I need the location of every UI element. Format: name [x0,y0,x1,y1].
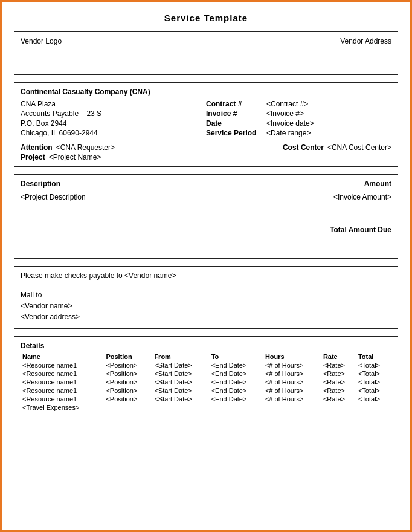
desc-header-row: Description Amount [21,180,391,188]
cell-hours: <# of Hours> [263,386,321,395]
cell-hours: <# of Hours> [263,395,321,403]
cna-address-line4: Chicago, IL 60690-2944 [21,129,206,137]
cost-center-value: <CNA Cost Center> [327,143,391,161]
cell-rate [321,403,356,412]
description-section: Description Amount <Project Description … [14,174,398,259]
page-title: Service Template [14,13,398,23]
vendor-address-label: Vendor Address [340,37,391,45]
cell-to: <End Date> [210,395,263,403]
cell-to [210,403,263,412]
details-table: Name Position From To Hours Rate Total <… [21,352,391,412]
col-hours: Hours [263,352,321,361]
desc-body: <Project Description <Invoice Amount> To… [21,193,391,234]
cell-total: <Total> [356,395,391,403]
cell-name: <Resource name1 [21,395,104,403]
cell-name: <Resource name1 [21,361,104,369]
cell-hours: <# of Hours> [263,361,321,369]
cna-address: CNA Plaza Accounts Payable – 23 S P.O. B… [21,100,206,138]
attention-value: <CNA Requester> [56,143,115,152]
table-row: <Resource name1<Position><Start Date><En… [21,378,391,386]
cna-bottom-row: Attention <CNA Requester> Project <Proje… [21,143,391,161]
cell-position: <Position> [104,386,152,395]
col-rate: Rate [321,352,356,361]
contract-value: <Contract #> [266,100,308,108]
cell-total: <Total> [356,378,391,386]
table-row: <Resource name1<Position><Start Date><En… [21,386,391,395]
table-row: <Resource name1<Position><Start Date><En… [21,395,391,403]
total-amount-due: Total Amount Due [330,225,391,234]
cna-fields: Contract # <Contract #> Invoice # <Invoi… [206,100,391,138]
service-period-row: Service Period <Date range> [206,129,391,137]
cell-hours: <# of Hours> [263,369,321,378]
cell-to: <End Date> [210,369,263,378]
vendor-section: Vendor Logo Vendor Address [14,31,398,75]
project-label: Project [21,153,45,161]
amount-header: Amount [364,180,391,188]
table-row: <Travel Expenses> [21,403,391,412]
invoice-value: <Invoice #> [266,109,304,118]
cell-from: <Start Date> [152,386,209,395]
cell-position: <Position> [104,395,152,403]
cost-center-block: Cost Center <CNA Cost Center> [283,143,391,161]
project-value: <Project Name> [49,153,101,161]
cna-info-section: Continental Casualty Company (CNA) CNA P… [14,82,398,167]
contract-label: Contract # [206,100,266,108]
checks-payable-line: Please make checks payable to <Vendor na… [21,271,391,280]
cell-name: <Resource name1 [21,386,104,395]
service-period-label: Service Period [206,129,266,137]
cell-from: <Start Date> [152,361,209,369]
invoice-row: Invoice # <Invoice #> [206,109,391,118]
cna-company-name: Continental Casualty Company (CNA) [21,88,391,96]
date-row: Date <Invoice date> [206,119,391,128]
attention-project: Attention <CNA Requester> Project <Proje… [21,143,115,161]
desc-right-col: <Invoice Amount> Total Amount Due [330,193,391,234]
payment-section: Please make checks payable to <Vendor na… [14,266,398,329]
mail-to-label: Mail to [21,291,391,299]
date-label: Date [206,119,266,128]
table-row: <Resource name1<Position><Start Date><En… [21,369,391,378]
invoice-amount: <Invoice Amount> [330,193,391,201]
cell-name: <Resource name1 [21,369,104,378]
cell-to: <End Date> [210,378,263,386]
cell-total: <Total> [356,369,391,378]
cell-hours: <# of Hours> [263,378,321,386]
cell-to: <End Date> [210,361,263,369]
cell-to: <End Date> [210,386,263,395]
cell-position [104,403,152,412]
contract-row: Contract # <Contract #> [206,100,391,108]
cell-position: <Position> [104,361,152,369]
cell-rate: <Rate> [321,361,356,369]
attention-label: Attention [21,143,53,152]
cell-total [356,403,391,412]
date-value: <Invoice date> [266,119,314,128]
cell-name: <Travel Expenses> [21,403,104,412]
cell-from: <Start Date> [152,395,209,403]
description-header: Description [21,180,60,188]
cell-rate: <Rate> [321,378,356,386]
col-name: Name [21,352,104,361]
cell-total: <Total> [356,386,391,395]
cell-from: <Start Date> [152,369,209,378]
description-value: <Project Description [21,193,86,201]
col-to: To [210,352,263,361]
cell-hours [263,403,321,412]
details-title: Details [21,342,391,350]
cell-rate: <Rate> [321,386,356,395]
cell-position: <Position> [104,378,152,386]
details-table-header: Name Position From To Hours Rate Total [21,352,391,361]
payment-vendor-address: <Vendor address> [21,313,391,321]
invoice-label: Invoice # [206,109,266,118]
col-position: Position [104,352,152,361]
details-section: Details Name Position From To Hours Rate… [14,336,398,418]
cost-center-label: Cost Center [283,143,324,161]
cell-position: <Position> [104,369,152,378]
cell-total: <Total> [356,361,391,369]
cell-from: <Start Date> [152,378,209,386]
col-total: Total [356,352,391,361]
cell-rate: <Rate> [321,369,356,378]
vendor-logo-label: Vendor Logo [21,37,62,45]
table-row: <Resource name1<Position><Start Date><En… [21,361,391,369]
col-from: From [152,352,209,361]
cell-rate: <Rate> [321,395,356,403]
cna-address-line1: CNA Plaza [21,100,206,108]
